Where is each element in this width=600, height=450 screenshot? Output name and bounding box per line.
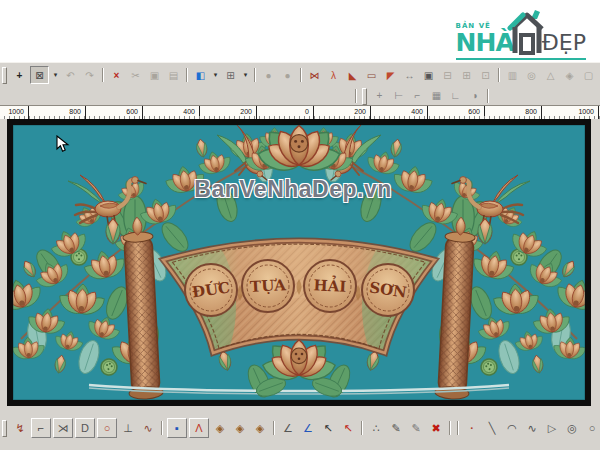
select-frame-tool[interactable]: ⊠	[30, 66, 49, 84]
site-logo: BẢN VẼ NHÀ ĐẸP	[456, 9, 586, 60]
rotate-diamond-1[interactable]: ◈	[211, 419, 229, 437]
ruler-major-tick	[484, 106, 485, 119]
canvas-border: ĐỨC TỰA HẢI SƠN BanVeNhaDep.	[7, 119, 591, 406]
measure-rect-tool[interactable]: ▭	[363, 67, 380, 83]
view-mode-dropdown[interactable]: ▾	[241, 67, 250, 83]
ruler-label: 200	[240, 108, 254, 115]
delete-node-button[interactable]: ✖	[427, 419, 445, 437]
main-toolbar: +⊠▾↶↷×✂▣▤◧▾⊞▾●●⋈λ◣▭◤↔▣⊟⊞⊡▥◎△◈▢▦∿ʃB	[0, 62, 600, 87]
paste-button[interactable]: ▤	[165, 67, 182, 83]
draw-ellipse-tool[interactable]: ○	[583, 419, 600, 437]
array-copy-3[interactable]: ⊡	[477, 67, 494, 83]
toolbar-separator	[161, 421, 163, 435]
ruler-major-tick	[598, 106, 599, 119]
pen-edit-tool[interactable]: ✎	[407, 419, 425, 437]
snap-toolbar-row: +⊢⌐▦∟◑	[0, 87, 600, 105]
ruler-major-tick	[427, 106, 428, 119]
snap-corner-toggle[interactable]: ⌐	[409, 88, 426, 104]
measure-triangle-tool[interactable]: ◣	[344, 67, 361, 83]
array-copy-1[interactable]: ⊟	[439, 67, 456, 83]
draw-arc-tool[interactable]: ◠	[503, 419, 521, 437]
fill-color-button[interactable]: ◧	[192, 67, 209, 83]
toolbar-separator	[273, 421, 275, 435]
ruler-label: 800	[69, 108, 83, 115]
frame-tool[interactable]: ▣	[420, 67, 437, 83]
ruler-label: 600	[126, 108, 140, 115]
house-icon	[506, 9, 548, 55]
measure-cross-tool[interactable]: ⋈	[306, 67, 323, 83]
draw-polyline-tool[interactable]: ∿	[523, 419, 541, 437]
curve-trim-tool[interactable]: ⋊	[53, 418, 73, 438]
slope-blue-tool[interactable]: ∠	[299, 419, 317, 437]
medallion-text-3: HẢI	[313, 274, 347, 296]
snap-grid-toggle[interactable]: ▦	[428, 88, 445, 104]
pen-tool[interactable]: ✎	[387, 419, 405, 437]
pick-delete-tool[interactable]: ↖	[339, 419, 357, 437]
ruler-major-tick	[541, 106, 542, 119]
ruler-major-tick	[256, 106, 257, 119]
measure-flag-tool[interactable]: ◤	[382, 67, 399, 83]
medallion-text-2: TỰA	[250, 276, 287, 296]
fill-color-dropdown[interactable]: ▾	[211, 67, 220, 83]
pick-tool[interactable]: ↖	[319, 419, 337, 437]
measure-angle-tool[interactable]: λ	[325, 67, 342, 83]
node-edit-tool[interactable]: ↯	[11, 419, 29, 437]
draw-polygon-tool[interactable]: ▷	[543, 419, 561, 437]
curve-corner-tool[interactable]: ⌐	[31, 418, 51, 438]
align-tool-1[interactable]: ▥	[504, 67, 521, 83]
drawing-toolbar: ↯⌐⋊D○⊥∿▪Λ◈◈◈∠∠↖↖∴✎✎✖·╲◠∿▷◎○▭☆∩	[0, 414, 600, 442]
ruler-major-tick	[85, 106, 86, 119]
relief-artwork: ĐỨC TỰA HẢI SƠN	[13, 125, 585, 400]
toolbar-separator	[457, 421, 459, 435]
align-tool-3[interactable]: △	[542, 67, 559, 83]
ruler-label: 1000	[578, 108, 596, 115]
array-copy-2[interactable]: ⊞	[458, 67, 475, 83]
design-canvas[interactable]: ĐỨC TỰA HẢI SƠN BanVeNhaDep.	[13, 125, 585, 400]
align-tool-4[interactable]: ◈	[561, 67, 578, 83]
draw-circle-tool[interactable]: ◎	[563, 419, 581, 437]
scatter-tool[interactable]: ∴	[367, 419, 385, 437]
rotate-diamond-3[interactable]: ◈	[251, 419, 269, 437]
undo-button[interactable]: ↶	[62, 67, 79, 83]
horizontal-ruler: 100080060040020002004006008001000	[0, 105, 600, 119]
view-mode-button[interactable]: ⊞	[222, 67, 239, 83]
ruler-major-tick	[28, 106, 29, 119]
slope-tool[interactable]: ∠	[279, 419, 297, 437]
mouse-cursor	[56, 135, 70, 153]
rotate-diamond-2[interactable]: ◈	[231, 419, 249, 437]
figure-snap-toggle[interactable]: Λ	[189, 418, 209, 438]
tangent-tool[interactable]: ∿	[139, 419, 157, 437]
snap-angle-toggle[interactable]: ∟	[447, 88, 464, 104]
shield-relief-button[interactable]: ●	[279, 67, 296, 83]
draw-line-tool[interactable]: ╲	[483, 419, 501, 437]
select-frame-dropdown[interactable]: ▾	[51, 67, 60, 83]
perpendicular-tool[interactable]: ⊥	[119, 419, 137, 437]
toolbar-grip-handle[interactable]	[2, 420, 7, 437]
redo-button[interactable]: ↷	[81, 67, 98, 83]
left-column	[120, 216, 163, 400]
smooth-relief-button[interactable]: ●	[260, 67, 277, 83]
draw-point-tool[interactable]: ·	[463, 419, 481, 437]
point-snap-toggle[interactable]: ▪	[167, 418, 187, 438]
copy-button[interactable]: ▣	[146, 67, 163, 83]
curve-close-tool[interactable]: D	[75, 418, 95, 438]
toolbar-separator	[355, 89, 357, 103]
measure-span-tool[interactable]: ↔	[401, 67, 418, 83]
toolbar-grip-handle[interactable]	[2, 67, 7, 84]
align-tool-2[interactable]: ◎	[523, 67, 540, 83]
ruler-major-tick	[199, 106, 200, 119]
circle-mode-tool[interactable]: ○	[97, 418, 117, 438]
toolbar-separator	[300, 68, 302, 82]
toolbar-grip-handle[interactable]	[362, 88, 367, 105]
cut-button[interactable]: ✂	[127, 67, 144, 83]
ruler-label: 200	[354, 108, 368, 115]
delete-button[interactable]: ×	[108, 67, 125, 83]
align-tool-5[interactable]: ▢	[580, 67, 597, 83]
snap-horizontal-toggle[interactable]: ⊢	[390, 88, 407, 104]
ruler-major-tick	[313, 106, 314, 119]
ruler-label: 600	[468, 108, 482, 115]
snap-point-toggle[interactable]: +	[371, 88, 388, 104]
snap-circle-toggle[interactable]: ◑	[466, 88, 483, 104]
move-tool[interactable]: +	[11, 67, 28, 83]
toolbar-separator	[186, 68, 188, 82]
